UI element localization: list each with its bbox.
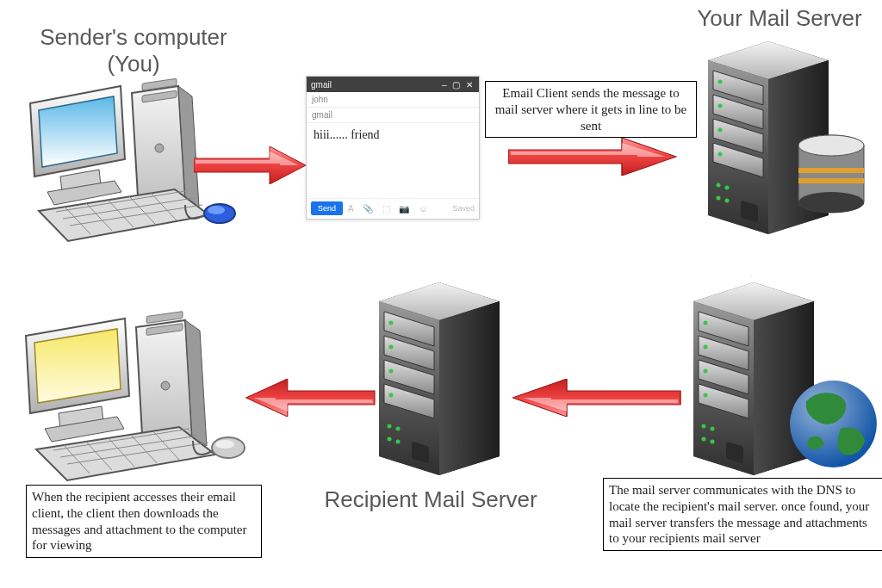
database-icon [797, 133, 874, 220]
email-app-label: gmail [311, 80, 332, 90]
arrow-icon [751, 234, 789, 303]
email-compose-window: gmail – ▢ ✕ john gmail hiii...... friend… [306, 76, 480, 220]
title-your-mail-server: Your Mail Server [680, 5, 879, 32]
arrow-icon [508, 138, 680, 176]
send-button: Send [311, 201, 343, 215]
email-header: gmail – ▢ ✕ [307, 77, 479, 92]
email-body: hiii...... friend [307, 123, 479, 198]
title-sender-line2: (You) [107, 51, 159, 77]
svg-point-15 [161, 381, 170, 390]
email-to-field: john [307, 92, 479, 108]
svg-point-2 [155, 144, 164, 152]
email-subject-field: gmail [307, 108, 479, 123]
caption-step1: Email Client sends the message to mail s… [485, 81, 697, 138]
recipient-computer-icon [9, 310, 250, 491]
title-sender-line1: Sender's computer [40, 24, 227, 50]
globe-icon [788, 379, 879, 469]
window-controls-icon: – ▢ ✕ [442, 80, 475, 90]
caption-step4: When the recipient accesses their email … [26, 485, 262, 558]
svg-point-12 [208, 206, 225, 214]
arrow-icon [194, 146, 306, 184]
title-sender: Sender's computer (You) [34, 24, 233, 77]
saved-label: Saved [452, 204, 475, 213]
svg-point-25 [215, 440, 234, 449]
email-footer: Send A 📎 ⬚ 📷 ☺ Saved [307, 198, 479, 218]
footer-icons: A 📎 ⬚ 📷 ☺ [348, 204, 447, 214]
diagram-stage: Sender's computer (You) Your Mail Server… [0, 0, 882, 588]
arrow-icon [245, 379, 379, 417]
arrow-icon [512, 379, 685, 417]
